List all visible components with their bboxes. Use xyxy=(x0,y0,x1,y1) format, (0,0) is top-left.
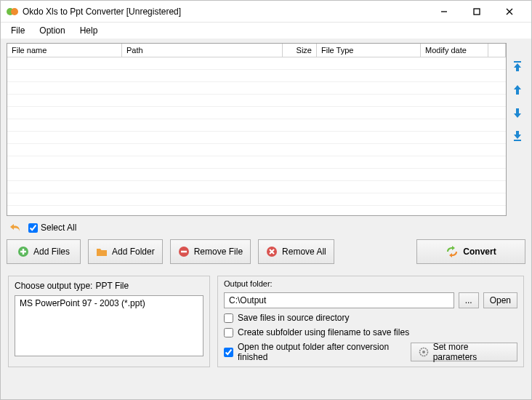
list-item[interactable]: MS PowerPoint 97 - 2003 (*.ppt) xyxy=(15,296,203,311)
open-folder-button[interactable]: Open xyxy=(483,292,517,308)
table-row xyxy=(7,119,506,132)
save-in-source-checkbox[interactable]: Save files in source directory xyxy=(224,313,517,323)
select-all-input[interactable] xyxy=(28,223,38,233)
create-subfolder-input[interactable] xyxy=(224,328,233,337)
table-row xyxy=(7,57,506,70)
col-path[interactable]: Path xyxy=(122,44,283,57)
window-title: Okdo Xls to Ppt Converter [Unregistered] xyxy=(23,7,427,17)
col-extra xyxy=(488,44,506,57)
menu-file[interactable]: File xyxy=(5,24,31,37)
titlebar: Okdo Xls to Ppt Converter [Unregistered] xyxy=(1,1,531,23)
svg-point-1 xyxy=(11,8,18,15)
col-filename[interactable]: File name xyxy=(7,44,122,57)
col-modifydate[interactable]: Modify date xyxy=(421,44,488,57)
output-folder-panel: Output folder: ... Open Save files in so… xyxy=(217,276,524,367)
col-size[interactable]: Size xyxy=(283,44,317,57)
remove-file-button[interactable]: Remove File xyxy=(170,239,251,264)
remove-file-label: Remove File xyxy=(194,247,243,257)
file-grid[interactable]: File name Path Size File Type Modify dat… xyxy=(7,43,507,216)
convert-label: Convert xyxy=(463,247,496,257)
svg-marker-9 xyxy=(514,108,521,118)
close-button[interactable] xyxy=(493,1,525,22)
remove-all-button[interactable]: Remove All xyxy=(258,239,334,264)
table-row xyxy=(7,156,506,169)
output-folder-label: Output folder: xyxy=(224,279,517,288)
move-down-button[interactable] xyxy=(511,107,524,120)
browse-button[interactable]: ... xyxy=(459,292,479,308)
table-row xyxy=(7,107,506,119)
move-up-button[interactable] xyxy=(511,84,524,97)
menu-option[interactable]: Option xyxy=(33,24,70,37)
menu-help[interactable]: Help xyxy=(74,24,104,37)
set-more-parameters-label: Set more parameters xyxy=(433,342,509,362)
svg-marker-10 xyxy=(514,131,521,139)
open-after-label: Open the output folder after conversion … xyxy=(238,342,411,362)
convert-button[interactable]: Convert xyxy=(416,239,525,264)
table-row xyxy=(7,169,506,181)
minus-icon xyxy=(178,246,190,257)
minimize-button[interactable] xyxy=(427,1,460,22)
select-all-label: Select All xyxy=(41,223,76,233)
move-top-button[interactable] xyxy=(511,60,524,73)
save-in-source-input[interactable] xyxy=(224,313,233,323)
plus-icon xyxy=(17,246,29,257)
output-type-legend-prefix: Choose output type: xyxy=(15,281,92,291)
app-icon xyxy=(7,6,18,17)
create-subfolder-checkbox[interactable]: Create subfolder using filename to save … xyxy=(224,327,517,337)
create-subfolder-label: Create subfolder using filename to save … xyxy=(238,327,409,337)
convert-icon xyxy=(446,246,459,257)
undo-icon[interactable] xyxy=(9,222,23,233)
svg-marker-7 xyxy=(514,63,521,71)
table-row xyxy=(7,132,506,144)
menubar: File Option Help xyxy=(1,23,531,39)
select-all-checkbox[interactable]: Select All xyxy=(28,223,76,233)
svg-rect-3 xyxy=(474,9,480,15)
gear-icon xyxy=(419,347,429,357)
table-row xyxy=(7,95,506,107)
table-row xyxy=(7,70,506,82)
table-row xyxy=(7,82,506,95)
col-filetype[interactable]: File Type xyxy=(317,44,421,57)
grid-header: File name Path Size File Type Modify dat… xyxy=(7,44,506,57)
remove-all-label: Remove All xyxy=(282,247,326,257)
output-type-panel: Choose output type: PPT File MS PowerPoi… xyxy=(8,276,210,367)
reorder-buttons xyxy=(509,43,525,216)
svg-point-21 xyxy=(422,351,425,353)
save-in-source-label: Save files in source directory xyxy=(238,313,349,323)
maximize-button[interactable] xyxy=(460,1,493,22)
table-row xyxy=(7,193,506,206)
open-after-input[interactable] xyxy=(224,348,233,357)
add-folder-label: Add Folder xyxy=(112,247,155,257)
table-row xyxy=(7,181,506,193)
output-type-legend-value: PPT File xyxy=(95,281,129,291)
folder-icon xyxy=(96,246,108,257)
output-type-list[interactable]: MS PowerPoint 97 - 2003 (*.ppt) xyxy=(15,295,203,356)
grid-body xyxy=(7,57,506,215)
output-type-legend: Choose output type: PPT File xyxy=(15,281,203,291)
svg-marker-8 xyxy=(514,85,521,95)
add-folder-button[interactable]: Add Folder xyxy=(88,239,163,264)
move-bottom-button[interactable] xyxy=(511,130,524,143)
remove-all-icon xyxy=(266,246,278,257)
output-folder-input[interactable] xyxy=(224,292,454,308)
set-more-parameters-button[interactable]: Set more parameters xyxy=(411,343,517,361)
add-files-label: Add Files xyxy=(33,247,70,257)
add-files-button[interactable]: Add Files xyxy=(7,239,81,264)
open-after-checkbox[interactable]: Open the output folder after conversion … xyxy=(224,342,411,362)
table-row xyxy=(7,144,506,156)
